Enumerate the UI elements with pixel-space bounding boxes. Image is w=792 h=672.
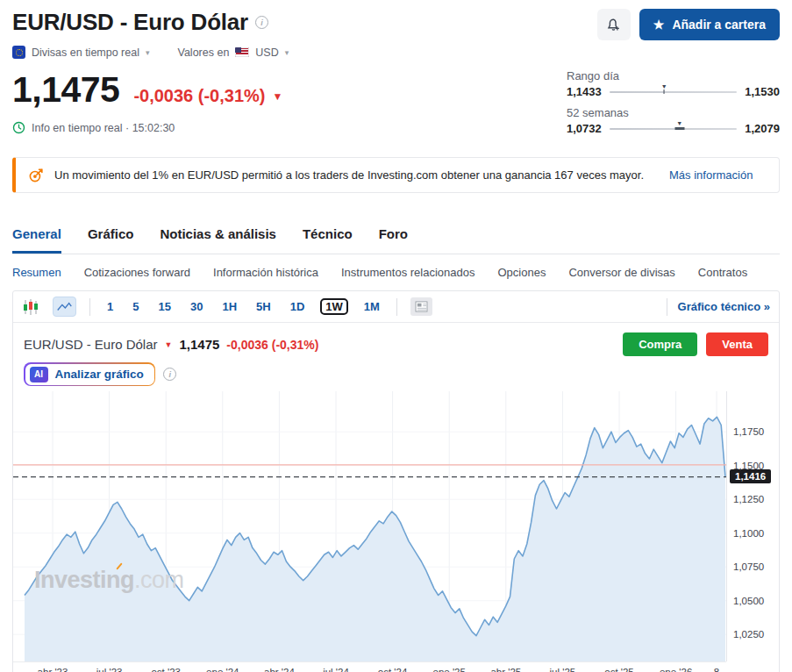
- realtime-info-text: Info en tiempo real · 15:02:30: [32, 122, 175, 134]
- w52-range-marker: ▼: [674, 120, 684, 130]
- x-axis-label: oct '23: [151, 667, 181, 672]
- day-range-high: 1,1530: [745, 85, 780, 98]
- chart-header: EUR/USD - Euro Dólar ▼ 1,1475 -0,0036 (-…: [13, 323, 779, 358]
- area-chart-plot[interactable]: [13, 391, 726, 661]
- w52-range-low: 1,0732: [567, 122, 602, 135]
- ai-analyze-label: Analizar gráfico: [55, 368, 144, 381]
- values-in-label: Valores en: [178, 46, 230, 59]
- tab-noticias[interactable]: Noticias & análisis: [160, 219, 276, 254]
- x-axis-label: jul '24: [323, 667, 349, 672]
- ai-info-icon[interactable]: i: [163, 368, 176, 381]
- timeframe-1[interactable]: 1: [103, 299, 117, 314]
- chart-price-change: -0,0036 (-0,31%): [226, 338, 318, 352]
- subtab-opciones[interactable]: Opciones: [497, 266, 546, 279]
- toolbar-divider: [667, 298, 667, 316]
- timeframe-1h[interactable]: 1H: [218, 299, 240, 314]
- tab-tecnico[interactable]: Técnico: [303, 219, 353, 254]
- time-axis[interactable]: abr '23jul '23oct '23ene '24abr '24jul '…: [13, 661, 726, 672]
- x-axis-label: abr '25: [490, 667, 521, 672]
- timeframe-30[interactable]: 30: [187, 299, 206, 314]
- chart-instrument-name: EUR/USD - Euro Dólar: [24, 337, 158, 352]
- timeframe-1w[interactable]: 1W: [320, 298, 348, 315]
- buy-button[interactable]: Compra: [623, 332, 697, 356]
- chevron-down-icon[interactable]: ▾: [285, 48, 289, 57]
- w52-range-high: 1,2079: [745, 122, 780, 135]
- title-info-icon[interactable]: i: [255, 16, 268, 29]
- day-range-low: 1,1433: [567, 85, 602, 98]
- instrument-meta: Divisas en tiempo real ▾ Valores en USD …: [12, 46, 780, 59]
- star-icon: ★: [653, 18, 665, 31]
- day-range-label: Rango día: [567, 69, 780, 82]
- price-chart[interactable]: Investing.com 1,1416 1,02501,05001,07501…: [13, 391, 779, 672]
- subtab-cotizaciones-forward[interactable]: Cotizaciones forward: [84, 266, 190, 279]
- x-axis-label: ene '26: [660, 667, 692, 672]
- realtime-label[interactable]: Divisas en tiempo real: [32, 46, 139, 59]
- ai-analyze-row: AI Analizar gráfico i: [13, 358, 779, 391]
- y-axis-label: 1,0500: [733, 596, 764, 606]
- subtab-informacion-historica[interactable]: Información histórica: [213, 266, 318, 279]
- last-price: 1,1475: [12, 69, 119, 111]
- price-axis[interactable]: 1,1416 1,02501,05001,07501,10001,12501,1…: [726, 391, 779, 661]
- ai-badge-icon: AI: [30, 367, 48, 382]
- x-axis-label: ene '25: [433, 667, 466, 672]
- quote-page: EUR/USD - Euro Dólar i ★ Añadir a carter…: [0, 0, 792, 672]
- y-axis-label: 1,1000: [733, 528, 764, 539]
- tab-grafico[interactable]: Gráfico: [88, 219, 134, 254]
- investing-watermark: Investing.com: [34, 567, 184, 594]
- price-change: -0,0036 (-0,31%) ▼: [133, 86, 282, 106]
- x-axis-label: ene '24: [206, 667, 239, 672]
- currency-label[interactable]: USD: [255, 46, 278, 59]
- chevron-down-icon: ▾: [146, 48, 150, 57]
- subtab-resumen[interactable]: Resumen: [12, 266, 61, 279]
- add-to-portfolio-label: Añadir a cartera: [672, 18, 766, 32]
- chart-news-button[interactable]: [410, 297, 432, 316]
- clock-icon: [12, 121, 25, 134]
- add-to-portfolio-button[interactable]: ★ Añadir a cartera: [639, 9, 780, 40]
- sell-button[interactable]: Venta: [706, 332, 768, 356]
- candlestick-icon: [22, 298, 39, 316]
- w52-range-label: 52 semanas: [567, 106, 780, 119]
- ai-analyze-button[interactable]: AI Analizar gráfico: [24, 362, 155, 386]
- us-flag-icon: [235, 47, 249, 57]
- timeframe-1m[interactable]: 1M: [360, 299, 383, 314]
- x-axis-label: abr '23: [38, 667, 68, 672]
- y-axis-label: 1,0250: [733, 629, 764, 640]
- target-dart-icon: [28, 167, 45, 183]
- y-axis-label: 1,1500: [733, 461, 764, 471]
- w52-range-track: ▼: [610, 128, 737, 130]
- candlestick-chart-button[interactable]: [22, 298, 39, 316]
- chart-toolbar: 1515301H5H1D1W1M Gráfico técnico »: [13, 291, 779, 323]
- sub-tabs: ResumenCotizaciones forwardInformación h…: [12, 266, 780, 279]
- timeframe-5h[interactable]: 5H: [253, 299, 275, 314]
- subtab-instrumentos-relacionados[interactable]: Instrumentos relacionados: [341, 266, 474, 279]
- timeframe-1d[interactable]: 1D: [287, 299, 309, 314]
- toolbar-divider: [396, 298, 397, 316]
- x-axis-label: 8: [714, 667, 719, 672]
- news-layout-icon: [415, 301, 428, 312]
- promo-banner: Un movimiento del 1% en EUR/USD permitió…: [12, 157, 780, 193]
- x-axis-label: abr '24: [264, 667, 295, 672]
- technical-chart-link[interactable]: Gráfico técnico »: [678, 300, 770, 313]
- area-chart-button[interactable]: [53, 297, 76, 317]
- main-tabs: GeneralGráficoNoticias & análisisTécnico…: [12, 219, 780, 254]
- y-axis-label: 1,1750: [733, 426, 764, 437]
- down-arrow-icon: ▼: [165, 340, 173, 349]
- banner-text: Un movimiento del 1% en EUR/USD permitió…: [54, 168, 644, 182]
- subtab-contratos[interactable]: Contratos: [698, 266, 747, 279]
- last-price-badge: 1,1416: [730, 469, 771, 483]
- x-axis-label: jul '23: [96, 667, 123, 672]
- tab-foro[interactable]: Foro: [379, 219, 408, 254]
- x-axis-label: oct '25: [604, 667, 634, 672]
- timeframe-15[interactable]: 15: [154, 299, 174, 314]
- area-chart-icon: [56, 301, 73, 313]
- subtab-conversor-divisas[interactable]: Conversor de divisas: [568, 266, 674, 279]
- banner-more-info-link[interactable]: Más información: [669, 168, 753, 182]
- tab-general[interactable]: General: [12, 219, 61, 254]
- timeframe-group: 1515301H5H1D1W1M: [103, 298, 383, 315]
- day-range-marker: ▼: [661, 83, 667, 94]
- alert-bell-button[interactable]: [597, 9, 631, 40]
- down-triangle-icon: ▼: [272, 90, 282, 103]
- day-range-track: ▼: [610, 91, 737, 93]
- bell-plus-icon: [605, 17, 622, 33]
- timeframe-5[interactable]: 5: [129, 299, 142, 314]
